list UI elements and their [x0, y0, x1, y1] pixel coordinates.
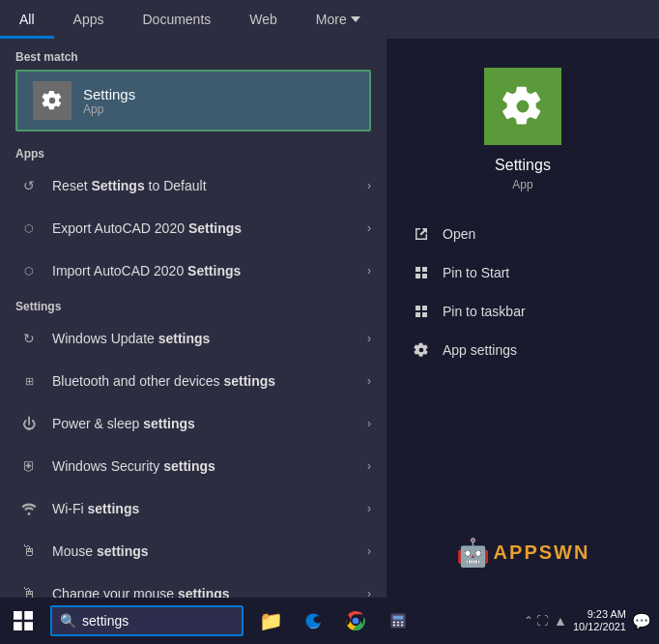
nav-tabs: All Apps Documents Web More	[0, 0, 659, 39]
taskbar: 🔍 📁	[0, 598, 659, 644]
open-icon	[410, 222, 433, 246]
svg-rect-8	[422, 312, 427, 317]
update-icon: ↻	[15, 325, 43, 352]
best-match-label: Best match	[0, 39, 387, 70]
chevron-icon: ›	[367, 374, 371, 388]
wifi-tray-icon: ▲	[554, 613, 567, 629]
action-app-settings[interactable]: App settings	[402, 331, 644, 369]
taskbar-search-bar[interactable]: 🔍	[50, 605, 244, 636]
watermark: 🤖 APPSWN	[456, 537, 590, 569]
list-item-mouse[interactable]: 🖱 Mouse settings ›	[0, 530, 387, 572]
list-item-power-sleep[interactable]: ⏻ Power & sleep settings ›	[0, 402, 387, 445]
right-app-type: App	[512, 178, 532, 191]
svg-point-13	[353, 618, 359, 625]
svg-rect-12	[24, 622, 33, 630]
svg-rect-17	[397, 622, 399, 624]
export-icon: ⬡	[15, 215, 43, 242]
tab-apps[interactable]: Apps	[54, 0, 124, 39]
clock: 9:23 AM10/12/2021	[573, 608, 626, 633]
list-item-reset-settings[interactable]: ↺ Reset Settings to Default ›	[0, 164, 387, 207]
svg-rect-3	[415, 274, 420, 278]
tray-icons: ⌃ ⛶	[524, 614, 548, 628]
chevron-icon: ›	[367, 544, 371, 558]
reset-icon: ↺	[15, 172, 43, 199]
list-item-import-settings[interactable]: ⬡ Import AutoCAD 2020 Settings ›	[0, 249, 387, 292]
svg-rect-11	[14, 622, 22, 630]
chevron-icon: ›	[367, 502, 371, 515]
taskbar-pinned-apps: 📁	[251, 601, 417, 640]
svg-rect-21	[401, 625, 403, 627]
list-item-export-settings[interactable]: ⬡ Export AutoCAD 2020 Settings ›	[0, 207, 387, 249]
svg-rect-19	[393, 625, 395, 627]
list-item-windows-security[interactable]: ⛨ Windows Security settings ›	[0, 445, 387, 487]
tab-all[interactable]: All	[0, 0, 54, 39]
right-app-icon	[484, 68, 561, 145]
best-match-title: Settings	[83, 86, 135, 102]
power-icon: ⏻	[15, 410, 43, 437]
tab-more[interactable]: More	[297, 0, 380, 39]
mouse-icon-2: 🖱	[15, 580, 43, 598]
best-match-item[interactable]: Settings App	[15, 70, 371, 132]
list-item-bluetooth[interactable]: ⊞ Bluetooth and other devices settings ›	[0, 360, 387, 402]
import-icon: ⬡	[15, 257, 43, 284]
taskbar-system-tray: ⌃ ⛶ ▲ 9:23 AM10/12/2021 💬	[524, 608, 659, 633]
apps-section-label: Apps	[0, 139, 387, 164]
svg-rect-5	[415, 306, 420, 310]
list-item-windows-update[interactable]: ↻ Windows Update settings ›	[0, 317, 387, 360]
action-pin-start[interactable]: Pin to Start	[402, 253, 644, 292]
search-input[interactable]	[82, 613, 217, 629]
taskbar-chrome[interactable]	[336, 601, 375, 640]
taskbar-calculator[interactable]	[379, 601, 417, 640]
tab-web[interactable]: Web	[230, 0, 297, 39]
settings-app-icon	[33, 81, 72, 120]
tab-documents[interactable]: Documents	[123, 0, 230, 39]
chevron-icon: ›	[367, 264, 371, 278]
svg-rect-9	[14, 611, 22, 620]
action-pin-taskbar[interactable]: Pin to taskbar	[402, 292, 644, 331]
start-button[interactable]	[0, 598, 46, 644]
chevron-icon: ›	[367, 587, 371, 598]
svg-rect-20	[397, 625, 399, 627]
svg-rect-2	[422, 267, 427, 272]
chevron-icon: ›	[367, 459, 371, 473]
chevron-down-icon	[351, 15, 360, 24]
chevron-icon: ›	[367, 417, 371, 430]
settings-section-label: Settings	[0, 292, 387, 317]
right-app-name: Settings	[495, 157, 551, 174]
pin-taskbar-icon	[410, 300, 433, 323]
wifi-icon	[15, 495, 43, 522]
main-content: Best match Settings App Apps ↺ Reset Set…	[0, 39, 659, 598]
pin-start-icon	[410, 261, 433, 284]
svg-rect-10	[24, 611, 33, 620]
chevron-icon: ›	[367, 179, 371, 192]
right-actions: Open Pin to Start Pin to taskbar	[387, 215, 659, 369]
taskbar-folder[interactable]: 📁	[251, 601, 290, 640]
list-item-change-mouse[interactable]: 🖱 Change your mouse settings ›	[0, 572, 387, 598]
mouse-icon: 🖱	[15, 538, 43, 565]
list-item-wifi[interactable]: Wi-Fi settings ›	[0, 487, 387, 530]
svg-rect-1	[415, 267, 420, 272]
search-icon: 🔍	[60, 613, 76, 629]
svg-rect-18	[401, 622, 403, 624]
svg-rect-15	[393, 616, 404, 620]
right-panel: Settings App Open Pin to Start	[387, 39, 659, 598]
chevron-icon: ›	[367, 221, 371, 235]
svg-marker-0	[351, 16, 360, 22]
svg-rect-6	[422, 306, 427, 310]
notification-icon: 💬	[632, 612, 651, 630]
bluetooth-icon: ⊞	[15, 367, 43, 395]
left-panel: Best match Settings App Apps ↺ Reset Set…	[0, 39, 387, 598]
shield-icon: ⛨	[15, 453, 43, 480]
svg-rect-7	[415, 312, 420, 317]
chevron-icon: ›	[367, 332, 371, 345]
taskbar-edge[interactable]	[294, 601, 332, 640]
action-open[interactable]: Open	[402, 215, 644, 253]
best-match-subtitle: App	[83, 102, 135, 116]
svg-rect-16	[393, 622, 395, 624]
svg-rect-4	[422, 274, 427, 278]
gear-icon	[410, 338, 433, 362]
